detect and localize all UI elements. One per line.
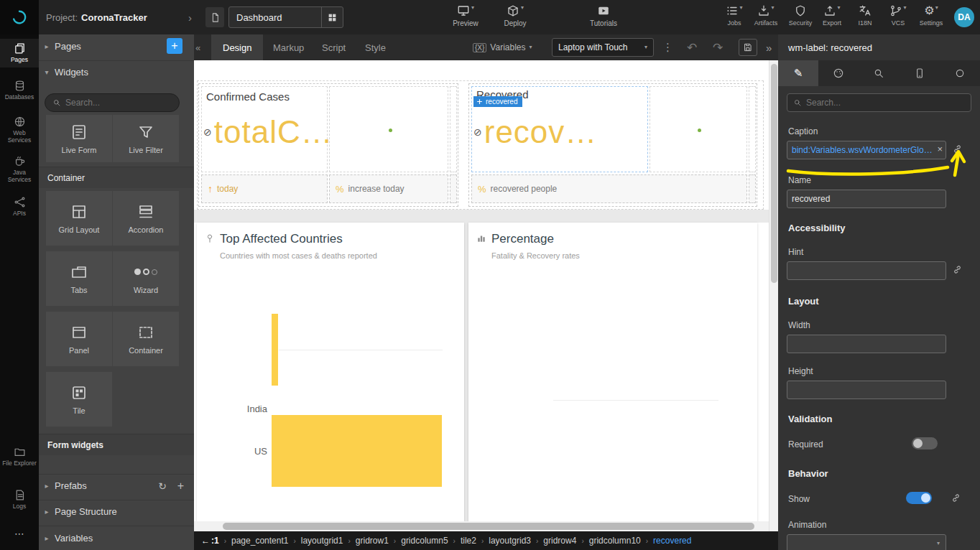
tutorials-button[interactable]: Tutorials (583, 4, 624, 27)
sidebar-item-web-services[interactable]: Web Services (0, 112, 39, 148)
sidebar-item-pages[interactable]: Pages (0, 39, 39, 67)
property-search[interactable] (787, 93, 971, 112)
bar-us[interactable] (272, 415, 442, 487)
name-input[interactable] (787, 190, 946, 208)
security-button[interactable]: Security (786, 4, 815, 27)
settings-button[interactable]: ⚙ ▾ Settings (917, 4, 946, 27)
page-grid-button[interactable] (321, 7, 343, 27)
sidebar-item-apis[interactable]: APIs (0, 192, 39, 221)
widget-container[interactable]: Container (113, 312, 179, 366)
recovered-content-cell[interactable]: Recovered recovered ⊘ recov… (471, 86, 648, 172)
widget-grid-layout[interactable]: Grid Layout (46, 191, 112, 246)
prefabs-section-header[interactable]: ▸ Prefabs ↻ + (39, 474, 194, 497)
percentage-card[interactable]: Percentage Fatality & Recovery rates (468, 223, 757, 521)
tab-properties[interactable]: ✎ (778, 60, 818, 86)
confirmed-footer-today[interactable]: ↑ today (201, 174, 328, 203)
widget-live-filter[interactable]: Live Filter (113, 115, 179, 162)
recovered-footer[interactable]: % recovered people (471, 174, 747, 203)
page-selector[interactable]: Dashboard (228, 6, 343, 28)
recovered-value[interactable]: ⊘ recov… (473, 114, 597, 150)
height-input[interactable] (787, 381, 946, 399)
horizontal-scrollbar-thumb[interactable] (223, 523, 754, 530)
widgets-section-header[interactable]: ▾ Widgets (39, 60, 194, 83)
width-input[interactable] (787, 335, 946, 353)
breadcrumb-item[interactable]: tile2 (461, 536, 476, 546)
widget-wizard[interactable]: Wizard (113, 251, 179, 306)
confirmed-empty-cell[interactable] (329, 86, 448, 172)
clear-binding-icon[interactable]: × (937, 144, 943, 154)
refresh-icon[interactable]: ↻ (158, 480, 167, 492)
show-bind-link-icon[interactable] (951, 493, 961, 506)
device-selector[interactable]: Laptop with Touch ▾ (552, 38, 654, 57)
hint-bind-link-icon[interactable] (952, 264, 963, 278)
add-page-button[interactable]: + (167, 38, 182, 54)
confirmed-footer-increase[interactable]: % increase today (329, 174, 448, 203)
widget-tabs[interactable]: Tabs (46, 251, 112, 306)
widget-tile[interactable]: Tile (46, 372, 112, 427)
variables-menu[interactable]: {X} Variables ▾ (473, 34, 532, 60)
chevron-right-icon[interactable]: › (188, 0, 192, 34)
widget-search[interactable] (45, 93, 180, 112)
pages-section-header[interactable]: ▸ Pages + (39, 34, 194, 57)
breadcrumb-root[interactable]: ← :1 (201, 536, 219, 546)
horizontal-scrollbar[interactable] (194, 521, 769, 531)
tab-style[interactable]: Style (353, 34, 397, 60)
page-structure-section-header[interactable]: ▸ Page Structure (39, 500, 194, 523)
recovered-empty-cell[interactable] (650, 86, 747, 172)
widget-live-form[interactable]: Live Form (46, 115, 112, 162)
animation-select[interactable]: ▾ (787, 534, 946, 550)
selection-tag[interactable]: recovered (473, 96, 522, 107)
top-countries-card[interactable]: Top Affected Countries Countries with mo… (197, 223, 464, 521)
i18n-button[interactable]: I18N (851, 4, 879, 27)
sidebar-item-logs[interactable]: Logs (0, 485, 39, 514)
breadcrumb-item-active[interactable]: recovered (653, 536, 691, 546)
bar-india[interactable] (272, 314, 278, 386)
breadcrumb-item[interactable]: gridrow1 (356, 536, 389, 546)
rail-more-button[interactable]: ⋯ (0, 524, 39, 543)
app-logo[interactable] (0, 0, 39, 34)
confirmed-content-cell[interactable]: Confirmed Cases ⊘ totalC… (201, 86, 328, 172)
breadcrumb-item[interactable]: gridrow4 (543, 536, 576, 546)
vcs-button[interactable]: ▾ VCS (884, 4, 912, 27)
widget-search-input[interactable] (65, 98, 172, 108)
vertical-scrollbar[interactable] (769, 60, 778, 531)
design-canvas[interactable]: Confirmed Cases ⊘ totalC… ↑ today % incr… (194, 60, 769, 521)
caption-bind-link-icon[interactable] (952, 144, 963, 157)
show-toggle[interactable] (906, 492, 932, 504)
deploy-button[interactable]: ▾ Deploy (497, 4, 533, 27)
add-prefab-button[interactable]: + (177, 480, 184, 493)
widget-accordion[interactable]: Accordion (113, 191, 179, 246)
user-avatar[interactable]: DA (954, 7, 974, 27)
sidebar-item-file-explorer[interactable]: File Explorer (0, 442, 39, 471)
confirmed-cases-tile[interactable]: Confirmed Cases ⊘ totalC… ↑ today % incr… (198, 83, 458, 207)
redo-icon[interactable]: ↷ (713, 34, 723, 60)
tab-search-advanced[interactable] (859, 60, 899, 86)
undo-icon[interactable]: ↶ (687, 34, 697, 60)
export-button[interactable]: ▾ Export (818, 4, 846, 27)
tab-markup[interactable]: Markup (262, 34, 315, 60)
breadcrumb-item[interactable]: page_content1 (231, 536, 288, 546)
breadcrumb-item[interactable]: layoutgrid1 (301, 536, 343, 546)
tab-script[interactable]: Script (310, 34, 357, 60)
save-button[interactable] (739, 39, 757, 56)
page-doc-button[interactable] (205, 7, 224, 27)
confirmed-value[interactable]: ⊘ totalC… (203, 114, 333, 150)
kebab-menu-icon[interactable]: ⋮ (662, 34, 673, 60)
tab-design[interactable]: Design (211, 34, 263, 60)
property-search-input[interactable] (806, 98, 965, 108)
jobs-button[interactable]: ▾ Jobs (720, 4, 749, 27)
sidebar-item-databases[interactable]: Databases (0, 76, 39, 105)
tab-device[interactable] (900, 60, 940, 86)
preview-button[interactable]: ▾ Preview (445, 4, 486, 27)
collapse-left-panel-icon[interactable]: « (195, 34, 200, 60)
breadcrumb-item[interactable]: gridcolumn10 (589, 536, 641, 546)
breadcrumb-item[interactable]: gridcolumn5 (401, 536, 448, 546)
required-toggle[interactable] (912, 437, 938, 449)
widget-panel[interactable]: Panel (46, 312, 112, 366)
collapse-right-panel-icon[interactable]: » (766, 34, 772, 60)
tab-styles[interactable] (818, 60, 859, 86)
variables-section-header[interactable]: ▸ Variables (39, 526, 194, 550)
artifacts-button[interactable]: ▾ Artifacts (752, 4, 780, 27)
hint-input[interactable] (787, 261, 946, 280)
recovered-tile[interactable]: Recovered recovered ⊘ recov… % recovere (468, 83, 757, 207)
